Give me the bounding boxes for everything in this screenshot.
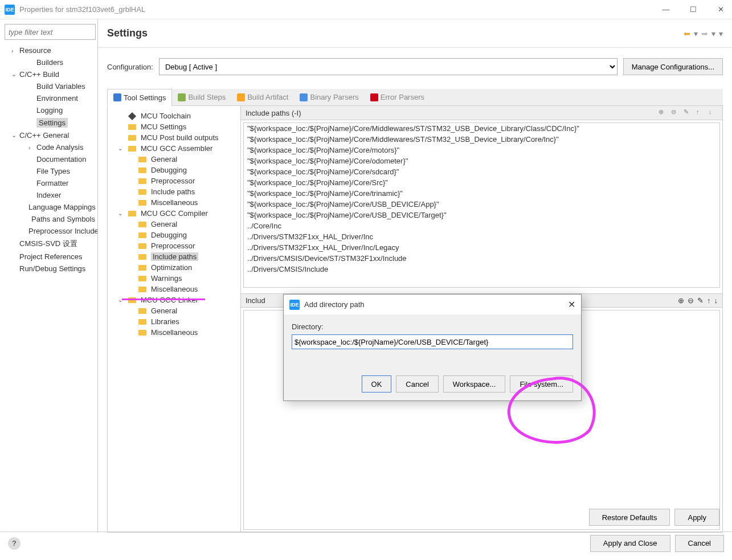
tool-item-warnings[interactable]: Warnings: [110, 273, 238, 284]
nav-item-c-c-build[interactable]: ⌄C/C++ Build: [2, 68, 95, 80]
tool-item-general[interactable]: General: [110, 154, 238, 165]
include-path-item[interactable]: "${workspace_loc:/${ProjName}/Core/motor…: [244, 145, 719, 156]
dialog-close-icon[interactable]: ✕: [568, 299, 575, 310]
add-directory-dialog: IDE Add directory path ✕ Directory: OK C…: [283, 294, 582, 401]
include-path-item[interactable]: "${workspace_loc:/${ProjName}/Core/Src}": [244, 177, 719, 188]
cancel-button[interactable]: Cancel: [396, 375, 438, 393]
tool-item-debugging[interactable]: Debugging: [110, 165, 238, 175]
apply-close-button[interactable]: Apply and Close: [590, 535, 670, 552]
tool-item-mcu-settings[interactable]: MCU Settings: [110, 121, 238, 132]
restore-defaults-button[interactable]: Restore Defaults: [589, 509, 670, 526]
tool-item-include-paths[interactable]: Include paths: [110, 186, 238, 197]
include-path-item[interactable]: "${workspace_loc:/${ProjName}/Core/USB_D…: [244, 199, 719, 210]
dialog-title: Add directory path: [304, 300, 365, 309]
include-path-item[interactable]: "${workspace_loc:/${ProjName}/Core/Middl…: [244, 123, 719, 134]
include-paths-list[interactable]: "${workspace_loc:/${ProjName}/Core/Middl…: [243, 122, 720, 288]
nav-item-c-c-general[interactable]: ⌄C/C++ General: [2, 129, 95, 141]
ok-button[interactable]: OK: [362, 375, 392, 393]
tool-item-optimization[interactable]: Optimization: [110, 262, 238, 273]
nav-item-resource[interactable]: ›Resource: [2, 44, 95, 56]
nav-item-environment[interactable]: Environment: [2, 92, 95, 104]
nav-item-build-variables[interactable]: Build Variables: [2, 80, 95, 92]
tool-item-miscellaneous[interactable]: Miscellaneous: [110, 197, 238, 208]
tool-item-miscellaneous[interactable]: Miscellaneous: [110, 284, 238, 295]
nav-item-run-debug-settings[interactable]: Run/Debug Settings: [2, 263, 95, 275]
cancel-button[interactable]: Cancel: [675, 535, 724, 552]
tool-tree[interactable]: MCU ToolchainMCU SettingsMCU Post build …: [108, 106, 241, 532]
tool-item-libraries[interactable]: Libraries: [110, 316, 238, 327]
nav-item-formatter[interactable]: Formatter: [2, 177, 95, 189]
add-icon[interactable]: ⊕: [678, 296, 684, 305]
include-path-item[interactable]: "${workspace_loc:/${ProjName}/Core/Middl…: [244, 134, 719, 145]
tab-build-artifact[interactable]: Build Artifact: [231, 89, 294, 105]
move-down-icon[interactable]: ↓: [714, 296, 718, 305]
nav-item-builders[interactable]: Builders: [2, 56, 95, 68]
move-up-icon[interactable]: ↑: [707, 296, 711, 305]
tool-item-preprocessor[interactable]: Preprocessor: [110, 175, 238, 186]
tool-item-mcu-gcc-compiler[interactable]: ⌄MCU GCC Compiler: [110, 208, 238, 219]
edit-icon[interactable]: ✎: [684, 108, 693, 117]
tool-item-debugging[interactable]: Debugging: [110, 230, 238, 240]
window-titlebar: IDE Properties for stm32f103vet6_grblHAL…: [0, 0, 732, 19]
nav-item-project-references[interactable]: Project References: [2, 251, 95, 263]
workspace-button[interactable]: Workspace...: [443, 375, 506, 393]
configuration-select[interactable]: Debug [ Active ]: [159, 58, 618, 75]
tool-item-general[interactable]: General: [110, 305, 238, 316]
app-icon: IDE: [5, 5, 15, 15]
move-up-icon[interactable]: ↑: [696, 108, 705, 117]
minimize-button[interactable]: —: [659, 5, 673, 14]
close-button[interactable]: ✕: [714, 5, 727, 14]
move-down-icon[interactable]: ↓: [709, 108, 718, 117]
delete-icon[interactable]: ⊖: [688, 296, 694, 305]
nav-item-code-analysis[interactable]: ›Code Analysis: [2, 141, 95, 153]
edit-icon[interactable]: ✎: [697, 296, 704, 305]
forward-icon[interactable]: ➡: [701, 29, 708, 38]
tool-item-mcu-toolchain[interactable]: MCU Toolchain: [110, 111, 238, 121]
filter-input[interactable]: [5, 24, 96, 40]
left-nav: ›ResourceBuilders⌄C/C++ BuildBuild Varia…: [0, 19, 98, 533]
tab-error-parsers[interactable]: Error Parsers: [365, 89, 430, 105]
help-icon[interactable]: ?: [8, 537, 21, 550]
tool-item-mcu-gcc-assembler[interactable]: ⌄MCU GCC Assembler: [110, 143, 238, 154]
delete-icon[interactable]: ⊖: [671, 108, 680, 117]
include-path-item[interactable]: ../Core/Inc: [244, 220, 719, 231]
include-path-item[interactable]: ../Drivers/CMSIS/Device/ST/STM32F1xx/Inc…: [244, 253, 719, 264]
tab-binary-parsers[interactable]: Binary Parsers: [294, 89, 364, 105]
include-path-item[interactable]: ../Drivers/STM32F1xx_HAL_Driver/Inc/Lega…: [244, 242, 719, 253]
add-icon[interactable]: ⊕: [659, 108, 668, 117]
tool-item-preprocessor[interactable]: Preprocessor: [110, 240, 238, 251]
include-path-item[interactable]: ../Drivers/STM32F1xx_HAL_Driver/Inc: [244, 231, 719, 242]
include-path-item[interactable]: "${workspace_loc:/${ProjName}/Core/sdcar…: [244, 166, 719, 177]
include-path-item[interactable]: "${workspace_loc:/${ProjName}/Core/trina…: [244, 188, 719, 199]
nav-item-cmsis-svd-[interactable]: CMSIS-SVD 设置: [2, 237, 95, 251]
manage-configurations-button[interactable]: Manage Configurations...: [623, 58, 723, 75]
nav-item-preprocessor-include-paths[interactable]: Preprocessor Include Paths: [2, 225, 95, 237]
include-path-item[interactable]: "${workspace_loc:/${ProjName}/Core/odome…: [244, 156, 719, 166]
annotation-underline: [122, 299, 205, 300]
nav-item-settings[interactable]: Settings: [2, 116, 95, 129]
include-path-item[interactable]: "${workspace_loc:/${ProjName}/Core/USB_D…: [244, 210, 719, 220]
nav-item-language-mappings[interactable]: Language Mappings: [2, 201, 95, 213]
filesystem-button[interactable]: File system...: [510, 375, 573, 393]
nav-item-indexer[interactable]: Indexer: [2, 189, 95, 201]
include-paths-header: Include paths (-I): [246, 109, 301, 117]
page-title: Settings: [107, 27, 148, 39]
nav-item-logging[interactable]: Logging: [2, 104, 95, 116]
nav-item-file-types[interactable]: File Types: [2, 165, 95, 177]
tool-item-miscellaneous[interactable]: Miscellaneous: [110, 327, 238, 338]
configuration-label: Configuration:: [107, 63, 153, 71]
directory-input[interactable]: [292, 334, 573, 349]
tool-item-include-paths[interactable]: Include paths: [110, 251, 238, 262]
window-title: Properties for stm32f103vet6_grblHAL: [19, 5, 145, 14]
include-path-item[interactable]: ../Drivers/CMSIS/Include: [244, 264, 719, 275]
tab-tool-settings[interactable]: Tool Settings: [107, 89, 172, 106]
apply-button[interactable]: Apply: [674, 509, 719, 526]
nav-item-paths-and-symbols[interactable]: Paths and Symbols: [2, 213, 95, 225]
back-icon[interactable]: ⬅: [684, 29, 690, 38]
directory-label: Directory:: [292, 322, 573, 331]
maximize-button[interactable]: ☐: [686, 5, 700, 14]
tab-build-steps[interactable]: Build Steps: [172, 89, 231, 105]
tool-item-mcu-post-build-outputs[interactable]: MCU Post build outputs: [110, 132, 238, 143]
nav-item-documentation[interactable]: Documentation: [2, 153, 95, 165]
tool-item-general[interactable]: General: [110, 219, 238, 230]
